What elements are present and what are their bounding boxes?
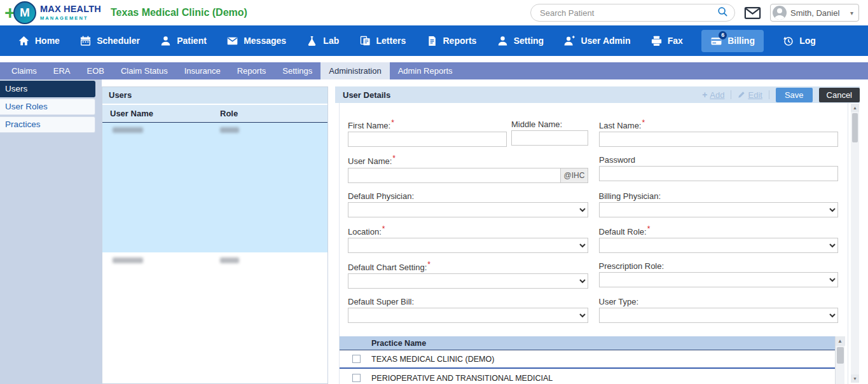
practice-checkbox[interactable] <box>352 355 361 363</box>
nav-item-scheduler[interactable]: Scheduler <box>78 30 141 52</box>
middle-name-input[interactable] <box>511 130 588 146</box>
user-details-title: User Details <box>343 90 702 100</box>
details-scrollbar[interactable]: ▲ ▼ <box>851 104 859 383</box>
plus-icon: + <box>702 90 707 100</box>
nav-item-label: Log <box>799 36 816 46</box>
subnav-claims[interactable]: Claims <box>3 62 45 79</box>
nav-item-label: User Admin <box>581 36 630 46</box>
scroll-thumb[interactable] <box>837 347 844 364</box>
user-name-input[interactable] <box>348 168 560 183</box>
nav-item-log[interactable]: Log <box>781 30 817 52</box>
column-role[interactable]: Role <box>220 109 238 118</box>
password-input[interactable] <box>599 166 838 181</box>
form-row-names: First Name:* Middle Name: Last Name:* <box>348 103 838 147</box>
user-details-header: User Details + Add Edit Save Cancel <box>335 86 860 103</box>
nav-item-messages[interactable]: Messages <box>225 30 287 52</box>
cancel-button[interactable]: Cancel <box>819 88 860 102</box>
required-marker: * <box>427 260 431 269</box>
default-physician-label: Default Physician: <box>348 191 588 201</box>
field-default-physician: Default Physician: <box>348 183 588 217</box>
field-default-chart-setting: Default Chart Setting:* <box>348 253 588 289</box>
user-type-select[interactable] <box>599 308 839 323</box>
envelope-icon <box>226 35 238 47</box>
edit-button[interactable]: Edit <box>738 90 762 100</box>
nav-item-user-admin[interactable]: User Admin <box>562 30 631 52</box>
logo-m-icon: M <box>13 1 36 24</box>
nav-item-reports[interactable]: Reports <box>425 30 478 52</box>
brand-logo: + M MAX HEALTH MANAGEMENT <box>0 0 102 25</box>
nav-item-label: Patient <box>177 36 207 46</box>
messages-envelope-icon[interactable] <box>744 6 761 20</box>
sidebar-item-users[interactable]: Users <box>0 81 95 97</box>
user-row-selected[interactable] <box>102 123 327 252</box>
default-super-bill-select[interactable] <box>348 308 588 323</box>
subnav-admin-reports[interactable]: Admin Reports <box>390 62 461 79</box>
subnav-administration[interactable]: Administration <box>320 62 389 79</box>
field-user-type: User Type: <box>599 289 839 323</box>
add-button[interactable]: + Add <box>702 90 724 100</box>
required-marker: * <box>391 118 394 127</box>
save-button[interactable]: Save <box>776 88 813 102</box>
scroll-up-icon[interactable]: ▲ <box>836 336 845 346</box>
redacted-user-entry <box>102 257 327 263</box>
sidebar-item-practices[interactable]: Practices <box>0 116 95 133</box>
practice-table-scrollbar[interactable]: ▲ <box>835 336 844 384</box>
field-prescription-role: Prescription Role: <box>599 253 839 289</box>
sidebar-item-user-roles[interactable]: User Roles <box>0 99 95 115</box>
separator <box>769 90 769 99</box>
billing-physician-select[interactable] <box>599 202 839 217</box>
location-select[interactable] <box>348 238 588 253</box>
default-physician-select[interactable] <box>348 202 588 217</box>
default-role-select[interactable] <box>599 238 839 253</box>
subnav-reports[interactable]: Reports <box>229 62 275 79</box>
field-billing-physician: Billing Physician: <box>599 183 839 217</box>
column-user-name[interactable]: User Name <box>102 109 220 118</box>
practice-row[interactable]: PERIOPERATIVE AND TRANSITIONAL MEDICIAL <box>340 369 835 384</box>
last-name-input[interactable] <box>599 132 838 147</box>
subnav-era[interactable]: ERA <box>45 62 79 79</box>
scroll-thumb[interactable] <box>852 113 858 142</box>
required-marker: * <box>647 224 651 233</box>
nav-item-letters[interactable]: Letters <box>358 30 408 52</box>
nav-item-label: Reports <box>443 36 477 46</box>
users-table-header: User Name Role <box>102 105 327 123</box>
avatar <box>773 6 787 20</box>
field-user-name: User Name:* @IHC <box>348 147 588 182</box>
billing-sub-nav: Claims ERA EOB Claim Status Insurance Re… <box>0 62 868 79</box>
pencil-icon <box>738 91 745 99</box>
practice-row[interactable]: TEXAS MEDICAL CLINIC (DEMO) <box>340 350 835 369</box>
subnav-claim-status[interactable]: Claim Status <box>113 62 176 79</box>
patient-search <box>530 4 735 22</box>
default-chart-setting-select[interactable] <box>348 273 588 289</box>
subnav-insurance[interactable]: Insurance <box>176 62 229 79</box>
scroll-down-icon[interactable]: ▼ <box>851 374 859 383</box>
password-label: Password <box>599 155 838 165</box>
user-row[interactable] <box>102 252 327 269</box>
subnav-settings[interactable]: Settings <box>274 62 320 79</box>
nav-item-lab[interactable]: Lab <box>305 30 340 52</box>
nav-item-label: Lab <box>323 36 339 46</box>
search-icon[interactable] <box>717 6 728 20</box>
practice-name: PERIOPERATIVE AND TRANSITIONAL MEDICIAL <box>371 374 553 383</box>
first-name-input[interactable] <box>348 132 507 147</box>
field-default-super-bill: Default Super Bill: <box>348 289 588 323</box>
user-menu[interactable]: Smith, Daniel ▾ <box>770 4 859 22</box>
nav-item-setting[interactable]: Setting <box>495 30 545 52</box>
person-plus-icon <box>563 35 575 47</box>
app-window: + M MAX HEALTH MANAGEMENT Texas Medical … <box>0 0 868 384</box>
users-panel-title: Users <box>102 87 327 104</box>
prescription-role-select[interactable] <box>599 272 839 287</box>
practice-checkbox[interactable] <box>352 374 361 382</box>
default-chart-setting-label: Default Chart Setting:* <box>348 261 588 272</box>
subnav-eob[interactable]: EOB <box>78 62 112 79</box>
nav-item-billing[interactable]: 6 Billing <box>701 30 764 52</box>
nav-item-home[interactable]: Home <box>17 30 61 52</box>
form-row-username-password: User Name:* @IHC Password <box>348 147 838 182</box>
redacted-user-role <box>220 257 239 263</box>
nav-item-patient[interactable]: Patient <box>158 30 208 52</box>
search-input[interactable] <box>540 8 717 18</box>
practice-table: Practice Name TEXAS MEDICAL CLINIC (DEMO… <box>340 336 844 384</box>
default-super-bill-label: Default Super Bill: <box>348 297 588 306</box>
nav-item-fax[interactable]: Fax <box>649 30 684 52</box>
scroll-up-icon[interactable]: ▲ <box>851 104 859 112</box>
